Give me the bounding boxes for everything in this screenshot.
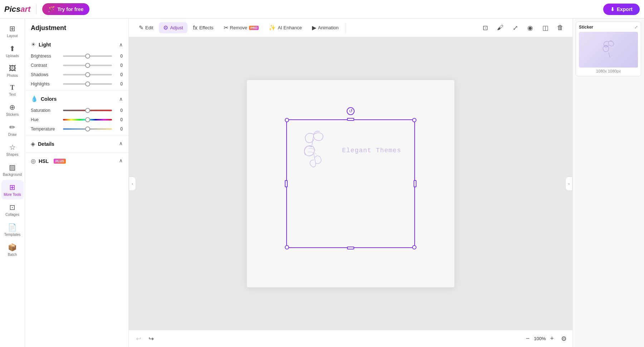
sidebar-item-draw[interactable]: ✏ Draw <box>1 120 24 139</box>
ai-enhance-label: AI Enhance <box>278 25 302 30</box>
sidebar-item-uploads[interactable]: ⬆ Uploads <box>1 41 24 61</box>
right-collapse-button[interactable]: › <box>565 177 572 191</box>
sidebar-item-background[interactable]: ▨ Background <box>1 160 24 179</box>
mask-button[interactable]: ◉ <box>524 21 537 34</box>
handle-top-right[interactable] <box>412 118 416 122</box>
contrast-row: Contrast 0 <box>25 61 128 70</box>
animation-button[interactable]: ▶ Animation <box>308 22 343 33</box>
shapes-icon: ☆ <box>9 143 16 152</box>
light-section-title: Light <box>39 42 51 48</box>
handle-bottom-center[interactable] <box>347 247 354 249</box>
hue-row: Hue 0 <box>25 115 128 124</box>
hue-thumb[interactable] <box>85 117 90 122</box>
temperature-row: Temperature 0 <box>25 124 128 134</box>
sidebar-item-stickers[interactable]: ⊕ Stickers <box>1 100 24 119</box>
brush-button[interactable]: 🖌 <box>494 21 507 34</box>
colors-chevron: ∧ <box>119 96 123 102</box>
blend-button[interactable]: ◫ <box>539 21 552 34</box>
contrast-track[interactable] <box>63 65 112 66</box>
sidebar-item-layout[interactable]: ⊞ Layout <box>1 21 24 41</box>
handle-bottom-left[interactable] <box>285 245 289 249</box>
highlights-thumb[interactable] <box>85 81 90 86</box>
handle-bottom-right[interactable] <box>412 245 416 249</box>
selection-box[interactable]: ↺ <box>286 119 415 248</box>
divider2 <box>25 135 128 135</box>
hue-track[interactable] <box>63 119 112 120</box>
rotate-handle[interactable]: ↺ <box>347 107 355 115</box>
ai-enhance-icon: ✨ <box>269 24 276 31</box>
collages-label: Collages <box>5 213 19 217</box>
sticker-content: Elegant Themes <box>287 120 414 181</box>
contrast-label: Contrast <box>31 63 59 68</box>
remove-label: Remove <box>230 25 247 30</box>
brightness-track[interactable] <box>63 55 112 57</box>
temperature-thumb[interactable] <box>85 127 90 132</box>
hsl-chevron: ∨ <box>119 158 123 164</box>
hsl-section-header[interactable]: ◎ HSL PLUS ∨ <box>25 154 128 168</box>
brightness-label: Brightness <box>31 54 59 59</box>
adjust-button[interactable]: ⚙ Adjust <box>159 22 187 33</box>
handle-middle-left[interactable] <box>285 180 288 187</box>
adjustment-panel: Adjustment ☀ Light ∧ Brightness 0 Contra… <box>25 19 129 347</box>
sidebar-item-shapes[interactable]: ☆ Shapes <box>1 140 24 159</box>
canvas-settings-button[interactable]: ⚙ <box>561 335 567 343</box>
details-section-header[interactable]: ◈ Details ∨ <box>25 137 128 151</box>
zoom-out-button[interactable]: − <box>526 335 530 342</box>
saturation-track[interactable] <box>63 110 112 111</box>
canvas[interactable]: ↺ <box>247 80 454 287</box>
left-collapse-button[interactable]: ‹ <box>129 177 136 191</box>
transform-button[interactable]: ⤢ <box>509 21 522 34</box>
temperature-track[interactable] <box>63 128 112 130</box>
handle-top-center[interactable] <box>347 118 354 121</box>
sticker-expand-icon[interactable]: ⤢ <box>634 25 638 30</box>
ai-enhance-button[interactable]: ✨ AI Enhance <box>264 22 306 33</box>
magic-icon: 🪄 <box>48 6 55 13</box>
sidebar-item-collages[interactable]: ⊡ Collages <box>1 200 24 219</box>
colors-section-header[interactable]: 💧 Colors ∧ <box>25 92 128 106</box>
export-button[interactable]: ⬇ Export <box>603 4 640 15</box>
zoom-in-button[interactable]: + <box>550 335 554 342</box>
edit-button[interactable]: ✎ Edit <box>135 22 157 33</box>
sticker-preview-image <box>579 32 638 68</box>
shadows-thumb[interactable] <box>85 72 90 77</box>
plus-badge: PLUS <box>54 159 66 164</box>
remove-button[interactable]: ✂ Remove PRO <box>219 22 263 33</box>
handle-top-left[interactable] <box>285 118 289 122</box>
hue-label: Hue <box>31 117 59 122</box>
highlights-track[interactable] <box>63 83 112 85</box>
handle-middle-right[interactable] <box>414 180 416 187</box>
sidebar-item-templates[interactable]: 📄 Templates <box>1 220 24 239</box>
contrast-thumb[interactable] <box>85 63 90 68</box>
light-section-header[interactable]: ☀ Light ∧ <box>25 38 128 51</box>
sticker-size-label: 1080x <box>596 69 607 73</box>
sidebar-item-more-tools[interactable]: ⊞ More Tools <box>1 180 24 199</box>
edit-label: Edit <box>145 25 153 30</box>
crop-icon: ⊡ <box>483 24 488 32</box>
sidebar-item-text[interactable]: T Text <box>1 81 24 99</box>
effects-button[interactable]: fx Effects <box>189 23 218 33</box>
try-for-free-button[interactable]: 🪄 Try for free <box>42 3 89 15</box>
delete-button[interactable]: 🗑 <box>554 21 567 34</box>
brightness-thumb[interactable] <box>85 54 90 59</box>
redo-button[interactable]: ↪ <box>147 333 155 344</box>
topbar: Picsart 🪄 Try for free ⬇ Export <box>0 0 644 19</box>
crop-button[interactable]: ⊡ <box>479 21 492 34</box>
sidebar-item-photos[interactable]: 🖼 Photos <box>1 61 24 80</box>
canvas-area: ✎ Edit ⚙ Adjust fx Effects ✂ Remove PRO … <box>129 19 572 347</box>
bottom-bar: ↩ ↪ − 100% + ⚙ <box>129 330 572 347</box>
shadows-label: Shadows <box>31 72 59 77</box>
contrast-value: 0 <box>116 63 123 68</box>
shadows-track[interactable] <box>63 74 112 75</box>
effects-icon: fx <box>193 25 197 31</box>
saturation-thumb[interactable] <box>85 108 90 113</box>
export-label: Export <box>617 6 633 12</box>
photos-icon: 🖼 <box>9 64 16 73</box>
animation-label: Animation <box>318 25 339 30</box>
export-icon: ⬇ <box>610 6 615 12</box>
sticker-preview-panel: Sticker ⤢ 1080x 1080px <box>576 21 641 76</box>
undo-button[interactable]: ↩ <box>135 333 143 344</box>
stickers-icon: ⊕ <box>9 103 15 111</box>
temperature-label: Temperature <box>31 127 59 132</box>
sidebar-item-batch[interactable]: 📦 Batch <box>1 240 24 259</box>
sticker-size: 1080x 1080px <box>579 69 638 73</box>
